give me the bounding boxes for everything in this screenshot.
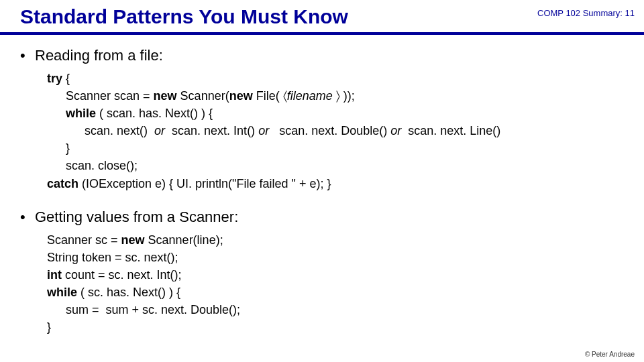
code-line: int count = sc. next. Int(); [47,266,624,284]
header-row: Standard Patterns You Must Know COMP 102… [0,0,644,28]
bullet-item: • Getting values from a Scanner: [20,208,624,226]
code-line: } [47,318,624,336]
code-line: catch (IOException e) { UI. println("Fil… [47,175,624,192]
code-block-scanner-values: Scanner sc = new Scanner(line); String t… [47,231,624,337]
code-line: scan. close(); [47,157,624,174]
content-area: • Reading from a file: try { Scanner sca… [0,47,644,336]
bullet-dot-icon: • [20,48,35,63]
code-line: while ( scan. has. Next() ) { [47,105,624,122]
code-line: Scanner scan = new Scanner(new File( 〈fi… [47,87,624,105]
slide-title: Standard Patterns You Must Know [20,5,537,28]
code-line: try { [47,70,624,87]
code-line: String token = sc. next(); [47,249,624,266]
bullet-item: • Reading from a file: [20,47,624,64]
code-line: sum = sum + sc. next. Double(); [47,301,624,318]
code-line: while ( sc. has. Next() ) { [47,284,624,301]
code-block-file-read: try { Scanner scan = new Scanner(new Fil… [47,70,624,192]
bullet-text: Reading from a file: [35,47,163,64]
code-line: scan. next() or scan. next. Int() or sca… [47,122,624,139]
copyright-footer: © Peter Andreae [585,351,635,358]
bullet-dot-icon: • [20,210,35,225]
course-tag: COMP 102 Summary: 11 [537,5,635,18]
code-line: Scanner sc = new Scanner(line); [47,231,624,249]
bullet-text: Getting values from a Scanner: [35,208,238,226]
title-underline [0,32,644,35]
code-line: } [47,139,624,157]
